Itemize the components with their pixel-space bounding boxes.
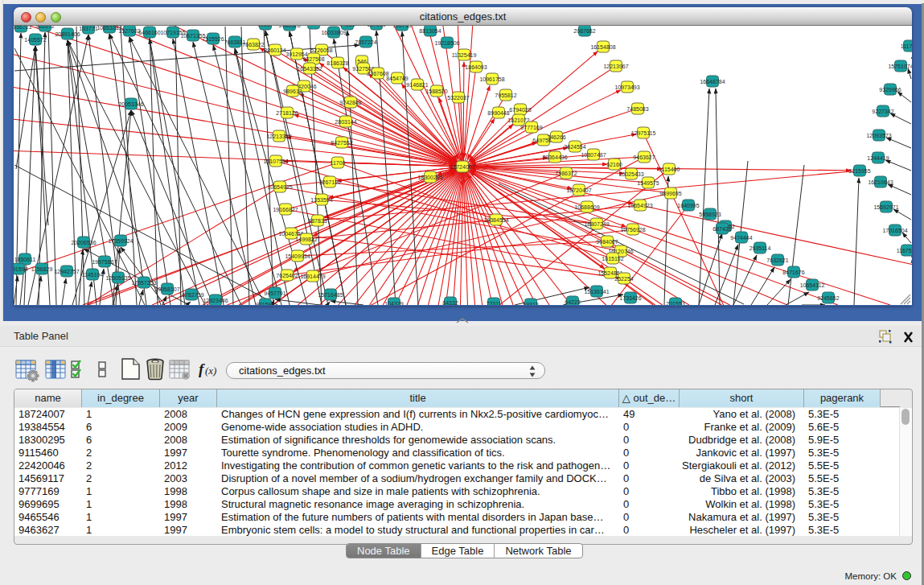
svg-text:8427552: 8427552 <box>331 140 352 146</box>
svg-text:8454749: 8454749 <box>386 76 408 81</box>
svg-text:19218506: 19218506 <box>434 40 459 46</box>
svg-text:2718126: 2718126 <box>276 110 298 116</box>
svg-text:18724007: 18724007 <box>450 164 474 170</box>
svg-text:18300295: 18300295 <box>417 175 442 180</box>
svg-text:12213967: 12213967 <box>603 64 628 69</box>
svg-text:10958107: 10958107 <box>154 286 179 292</box>
svg-text:8813054: 8813054 <box>419 28 441 34</box>
svg-text:7986372: 7986372 <box>555 171 577 176</box>
svg-text:1353594: 1353594 <box>310 197 332 203</box>
svg-text:1167531: 1167531 <box>897 248 912 253</box>
svg-text:17359924: 17359924 <box>108 238 133 244</box>
svg-text:989612: 989612 <box>283 89 302 94</box>
svg-text:9084067: 9084067 <box>596 239 618 245</box>
svg-text:12213389: 12213389 <box>266 134 291 139</box>
svg-text:1145194: 1145194 <box>82 272 104 278</box>
svg-text:1640995: 1640995 <box>677 203 699 208</box>
svg-text:20053346: 20053346 <box>118 101 143 107</box>
svg-text:931594: 931594 <box>256 302 274 306</box>
svg-text:16033809: 16033809 <box>321 30 346 35</box>
svg-text:10756928: 10756928 <box>620 227 645 233</box>
svg-text:62160: 62160 <box>606 162 622 167</box>
svg-text:16914479: 16914479 <box>300 274 325 279</box>
svg-text:7485083: 7485083 <box>626 106 648 112</box>
svg-text:10807487: 10807487 <box>581 152 606 158</box>
svg-text:16154808: 16154808 <box>590 44 615 50</box>
svg-text:20364436: 20364436 <box>542 154 567 160</box>
svg-text:107191: 107191 <box>367 26 385 27</box>
svg-text:16782759: 16782759 <box>179 292 203 298</box>
svg-text:16210643: 16210643 <box>868 179 893 185</box>
svg-text:9242848: 9242848 <box>339 100 361 105</box>
svg-text:16648784: 16648784 <box>700 79 725 84</box>
svg-text:15720407: 15720407 <box>566 187 591 193</box>
svg-text:10025433: 10025433 <box>618 171 643 177</box>
svg-text:9115460: 9115460 <box>659 167 680 172</box>
svg-text:10961758: 10961758 <box>479 76 504 82</box>
svg-text:84332: 84332 <box>442 300 458 306</box>
svg-text:9146821: 9146821 <box>406 82 428 88</box>
svg-text:9329966: 9329966 <box>879 87 901 93</box>
svg-text:19654923: 19654923 <box>627 203 652 208</box>
svg-text:9227342: 9227342 <box>872 109 893 114</box>
svg-text:15692971: 15692971 <box>873 204 898 210</box>
svg-text:687421: 687421 <box>713 226 731 232</box>
svg-text:18807249: 18807249 <box>584 221 609 227</box>
svg-text:10654112: 10654112 <box>800 282 825 288</box>
svg-text:19313: 19313 <box>523 302 539 306</box>
svg-text:905572: 905572 <box>35 26 54 29</box>
svg-text:9245652: 9245652 <box>817 295 839 301</box>
svg-text:3215955: 3215955 <box>848 168 870 174</box>
svg-text:9777169: 9777169 <box>520 125 542 130</box>
svg-text:1850611: 1850611 <box>14 257 36 262</box>
svg-text:6794028: 6794028 <box>509 107 531 113</box>
svg-text:20206536: 20206536 <box>71 240 96 245</box>
svg-text:12942757: 12942757 <box>54 269 79 274</box>
svg-text:19166827: 19166827 <box>273 207 298 212</box>
svg-text:6466160: 6466160 <box>138 30 160 35</box>
svg-text:2803144: 2803144 <box>335 119 356 125</box>
svg-text:1156829: 1156829 <box>31 266 53 272</box>
svg-text:7955812: 7955812 <box>495 93 516 98</box>
svg-text:8860124: 8860124 <box>264 47 285 53</box>
svg-text:15409934: 15409934 <box>285 253 310 259</box>
svg-text:3624554: 3624554 <box>564 144 585 150</box>
svg-text:104329: 104329 <box>384 301 403 306</box>
svg-text:17957253: 17957253 <box>131 280 156 286</box>
svg-text:11325419: 11325419 <box>452 52 477 58</box>
svg-text:11700: 11700 <box>331 160 346 166</box>
svg-text:5322037: 5322037 <box>447 95 469 101</box>
svg-text:64661: 64661 <box>339 26 355 27</box>
svg-text:7663822: 7663822 <box>242 42 264 47</box>
svg-text:9463627: 9463627 <box>633 154 655 160</box>
svg-text:f: f <box>199 360 205 377</box>
svg-text:111752: 111752 <box>901 43 912 49</box>
svg-text:9899695: 9899695 <box>659 191 681 196</box>
svg-text:19384554: 19384554 <box>483 217 508 223</box>
svg-text:1527602: 1527602 <box>118 28 140 34</box>
svg-text:2087682: 2087682 <box>573 28 595 34</box>
svg-text:10688609: 10688609 <box>574 204 599 210</box>
svg-text:8990448: 8990448 <box>487 110 509 116</box>
svg-text:5958923: 5958923 <box>699 212 721 217</box>
svg-text:(x): (x) <box>205 365 216 377</box>
svg-text:8186328: 8186328 <box>326 60 348 66</box>
svg-text:16107554: 16107554 <box>263 159 288 164</box>
svg-text:7857224: 7857224 <box>355 39 376 45</box>
svg-text:391594: 391594 <box>14 266 28 272</box>
svg-text:19637: 19637 <box>257 26 273 27</box>
svg-text:12975115: 12975115 <box>631 130 656 136</box>
svg-text:7515526: 7515526 <box>202 36 224 42</box>
svg-text:193771: 193771 <box>79 26 97 31</box>
svg-text:7625402: 7625402 <box>276 273 298 278</box>
svg-text:152760: 152760 <box>304 26 322 27</box>
svg-text:3267110: 3267110 <box>319 179 341 185</box>
svg-text:12505135: 12505135 <box>105 275 130 281</box>
svg-text:15136141: 15136141 <box>584 289 609 295</box>
svg-text:1499822: 1499822 <box>295 237 317 242</box>
svg-text:12923446: 12923446 <box>203 298 228 303</box>
svg-text:8471676: 8471676 <box>782 270 804 275</box>
svg-text:1405572: 1405572 <box>24 37 46 43</box>
svg-text:2055721: 2055721 <box>14 26 32 30</box>
svg-text:1588520: 1588520 <box>425 89 447 94</box>
